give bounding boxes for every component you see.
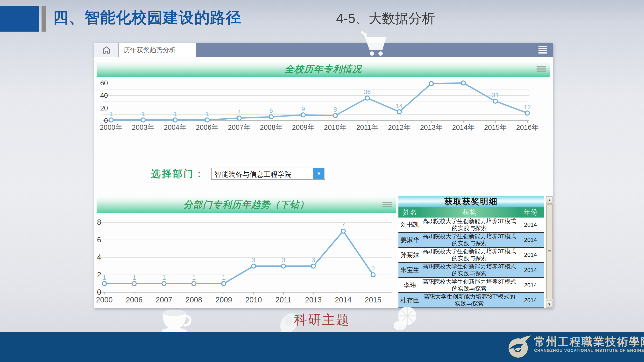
tabbar-filler xyxy=(196,43,553,57)
svg-text:2000: 2000 xyxy=(96,296,113,304)
svg-text:1: 1 xyxy=(132,274,136,281)
cell-name: 刘书凯 xyxy=(398,217,421,232)
svg-text:2014年: 2014年 xyxy=(452,124,475,131)
dept-selector-label: 选择部门： xyxy=(151,167,205,181)
svg-text:8: 8 xyxy=(97,218,101,226)
svg-text:2011: 2011 xyxy=(276,296,292,304)
dept-select[interactable]: 智能装备与信息工程学院 ▼ xyxy=(211,168,325,180)
table-row[interactable]: 孙菊妹高职院校大学生创新能力培养3T模式的实践与探索2014 xyxy=(398,248,544,262)
cell-award: 高职大学生创新能力培养“3T”模式的实践与探索 xyxy=(421,293,517,308)
panel2-menu-icon[interactable] xyxy=(382,201,392,208)
svg-text:2010年: 2010年 xyxy=(324,124,347,131)
svg-text:2013: 2013 xyxy=(305,296,322,304)
svg-text:6: 6 xyxy=(270,107,273,114)
svg-text:4: 4 xyxy=(97,253,101,261)
table-scrollbar[interactable]: ▲ ▼ xyxy=(546,196,553,308)
svg-text:2009: 2009 xyxy=(216,296,232,304)
svg-text:2015年: 2015年 xyxy=(484,124,507,131)
svg-text:2: 2 xyxy=(97,271,101,279)
table-row[interactable]: 朱宝生高职院校大学生创新能力培养3T模式的实践与探索2014 xyxy=(398,262,544,278)
svg-text:40: 40 xyxy=(100,92,108,99)
school-name-zh: 常州工程職業技術學院 xyxy=(534,335,644,349)
svg-text:1: 1 xyxy=(162,274,166,281)
svg-text:1: 1 xyxy=(206,110,209,117)
svg-text:60: 60 xyxy=(100,79,108,87)
svg-text:3: 3 xyxy=(312,256,315,264)
cell-award: 高职院校大学生创新能力培养3T模式的实践与探索 xyxy=(421,278,517,293)
school-patent-trend-chart[interactable]: 02040602000年2003年2004年2006年2007年2008年200… xyxy=(96,76,552,149)
svg-text:2006年: 2006年 xyxy=(196,124,218,131)
table-header: 姓名 获奖 年份 xyxy=(398,207,544,217)
svg-text:2006: 2006 xyxy=(126,296,142,304)
panel1-title: 全校历年专利情况 xyxy=(285,63,362,75)
scrollbar-grip-icon xyxy=(548,250,551,254)
svg-text:2016年: 2016年 xyxy=(516,124,539,131)
svg-text:2010: 2010 xyxy=(245,296,262,304)
svg-text:8: 8 xyxy=(334,106,337,113)
home-tab[interactable] xyxy=(94,43,119,57)
table-row[interactable]: 杜存臣高职大学生创新能力培养“3T”模式的实践与探索2014 xyxy=(398,292,544,308)
svg-text:2012年: 2012年 xyxy=(388,124,411,131)
svg-text:20: 20 xyxy=(100,104,108,112)
header-accent-bar xyxy=(42,6,46,32)
cell-name: 杜存臣 xyxy=(398,293,421,308)
dept-select-arrow-button[interactable]: ▼ xyxy=(314,168,324,179)
svg-text:3: 3 xyxy=(252,256,256,264)
svg-text:2011年: 2011年 xyxy=(356,124,378,131)
dashboard-menu-icon[interactable] xyxy=(538,45,547,54)
scroll-up-icon[interactable]: ▲ xyxy=(546,196,552,203)
panel1-menu-icon[interactable] xyxy=(536,65,546,73)
svg-text:2015: 2015 xyxy=(365,296,382,304)
cell-name: 李玮 xyxy=(398,278,421,293)
dept-patent-trend-chart[interactable]: 0246820002006200720082009201020112013201… xyxy=(93,214,395,308)
svg-text:1: 1 xyxy=(222,274,226,281)
header-accent-block xyxy=(0,6,39,32)
table-row[interactable]: 姜淑华高职院校大学生创新能力培养3T模式的实践与探索2014 xyxy=(398,232,544,248)
svg-text:2008: 2008 xyxy=(186,296,202,304)
svg-text:1: 1 xyxy=(141,110,145,117)
svg-text:1: 1 xyxy=(102,274,106,281)
dept-select-value: 智能装备与信息工程学院 xyxy=(214,170,292,180)
slide-subtitle: 4-5、大数据分析 xyxy=(336,10,435,27)
cell-year: 2014 xyxy=(517,263,544,277)
panel2-title: 分部门专利历年趋势（下钻） xyxy=(184,198,309,211)
slide-caption: 科研主题 xyxy=(0,311,644,329)
svg-text:2009年: 2009年 xyxy=(292,124,315,131)
footer-bar: 常州工程職業技術學院 CHANGZHOU VOCATIONAL INSTITUT… xyxy=(0,332,644,362)
svg-text:6: 6 xyxy=(97,236,101,244)
svg-text:9: 9 xyxy=(301,105,305,113)
svg-text:2004年: 2004年 xyxy=(164,124,186,131)
cell-award: 高职院校大学生创新能力培养3T模式的实践与探索 xyxy=(421,217,517,232)
svg-text:2014: 2014 xyxy=(335,296,352,304)
svg-text:4: 4 xyxy=(237,109,241,116)
svg-text:1: 1 xyxy=(192,274,196,281)
column-header-name[interactable]: 姓名 xyxy=(398,207,421,217)
cell-award: 高职院校大学生创新能力培养3T模式的实践与探索 xyxy=(421,248,517,262)
svg-text:2003年: 2003年 xyxy=(132,124,154,131)
bi-dashboard: 历年获奖趋势分析 全校历年专利情况 02040602000年2003年2004年… xyxy=(94,43,553,308)
svg-text:0: 0 xyxy=(97,288,101,296)
tab-award-trend-analysis[interactable]: 历年获奖趋势分析 xyxy=(119,43,196,57)
cell-name: 孙菊妹 xyxy=(398,248,421,262)
scroll-down-icon[interactable]: ▼ xyxy=(546,301,552,308)
cell-year: 2014 xyxy=(517,233,544,247)
column-header-year[interactable]: 年份 xyxy=(517,207,544,217)
column-header-award[interactable]: 获奖 xyxy=(421,207,517,217)
dashboard-tabbar: 历年获奖趋势分析 xyxy=(94,43,553,57)
svg-text:7: 7 xyxy=(342,221,345,229)
cell-award: 高职院校大学生创新能力培养3T模式的实践与探索 xyxy=(421,263,517,277)
svg-text:1: 1 xyxy=(110,110,113,117)
award-detail-table: 获取获奖明细 姓名 获奖 年份 刘书凯高职院校大学生创新能力培养3T模式的实践与… xyxy=(398,196,544,308)
scrollbar-thumb[interactable] xyxy=(546,204,553,299)
table-row[interactable]: 李玮高职院校大学生创新能力培养3T模式的实践与探索2014 xyxy=(398,278,544,293)
table-body: 刘书凯高职院校大学生创新能力培养3T模式的实践与探索2014姜淑华高职院校大学生… xyxy=(398,217,544,308)
section-title: 四、智能化校园建设的路径 xyxy=(53,7,242,28)
table-row[interactable]: 刘书凯高职院校大学生创新能力培养3T模式的实践与探索2014 xyxy=(398,217,544,232)
svg-text:3: 3 xyxy=(282,256,286,264)
svg-text:2007年: 2007年 xyxy=(228,124,251,131)
svg-text:1: 1 xyxy=(174,110,177,117)
home-icon xyxy=(102,45,111,55)
svg-text:14: 14 xyxy=(396,102,403,110)
svg-text:2013年: 2013年 xyxy=(420,124,442,131)
slide: 四、智能化校园建设的路径 4-5、大数据分析 xyxy=(0,0,644,362)
